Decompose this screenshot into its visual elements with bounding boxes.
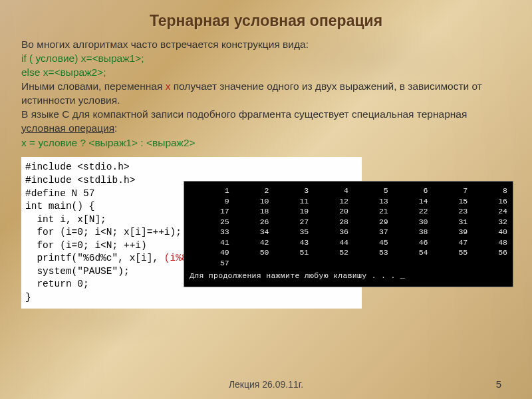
console-cell: 18 (229, 206, 269, 217)
console-cell: 45 (348, 237, 388, 248)
console-cell: 12 (309, 196, 348, 207)
intro-line2: Иными словами, переменная x получает зна… (21, 80, 511, 108)
console-cell: 49 (190, 247, 229, 258)
console-cell (229, 258, 269, 269)
console-cell: 48 (467, 237, 507, 248)
console-cell: 46 (388, 237, 428, 248)
console-cell: 54 (388, 247, 428, 258)
console-cell: 53 (348, 247, 388, 258)
intro-line3b: : (114, 122, 117, 134)
console-cell: 14 (388, 196, 428, 207)
console-cell: 38 (388, 227, 428, 237)
console-cell (348, 258, 388, 269)
console-cell: 31 (428, 217, 468, 227)
console-cell: 13 (348, 196, 388, 207)
slide-title: Тернарная условная операция (21, 12, 511, 30)
console-cell: 47 (428, 237, 468, 248)
console-cell: 3 (269, 186, 309, 196)
console-cell: 16 (467, 196, 507, 207)
console-cell: 39 (428, 227, 468, 237)
console-row: 1718192021222324 (190, 206, 507, 217)
console-cell: 57 (190, 258, 229, 269)
console-cell: 26 (229, 217, 269, 227)
code-l7: for (i=0; i<N; ++i) (25, 240, 147, 251)
console-cell: 7 (428, 186, 468, 196)
console-cell: 42 (229, 237, 269, 248)
console-cell: 43 (269, 237, 309, 248)
console-row: 2526272829303132 (190, 217, 507, 227)
console-cell (388, 258, 428, 269)
console-cell: 51 (269, 247, 309, 258)
console-cell: 50 (229, 247, 269, 258)
intro-line3: В языке С для компактной записи подобног… (21, 108, 511, 136)
console-cell: 11 (269, 196, 309, 207)
code-l5: int i, x[N]; (25, 214, 106, 225)
intro-line3a: В языке С для компактной записи подобног… (21, 108, 467, 120)
console-cell: 10 (229, 196, 269, 207)
console-cell: 30 (388, 217, 428, 227)
console-cell: 5 (348, 186, 388, 196)
console-cell: 29 (348, 217, 388, 227)
code-l10: return 0; (25, 279, 89, 289)
console-cell: 9 (190, 196, 229, 207)
console-cell: 17 (190, 206, 229, 217)
console-cell: 2 (229, 186, 269, 196)
console-cell: 24 (467, 206, 507, 217)
console-cell: 36 (309, 227, 348, 237)
console-cell: 34 (229, 227, 269, 237)
code-l9: system("PAUSE"); (25, 266, 130, 277)
code-l11: } (25, 292, 31, 303)
console-cell: 15 (428, 196, 468, 207)
intro-else: else x=<выраж2>; (21, 66, 511, 80)
console-cell: 41 (190, 237, 229, 248)
code-l2: #include <stdlib.h> (25, 175, 135, 186)
console-cell: 23 (428, 206, 468, 217)
console-cell: 37 (348, 227, 388, 237)
code-l1: #include <stdio.h> (25, 162, 130, 172)
console-row: 4142434445464748 (190, 237, 507, 248)
console-cell: 25 (190, 217, 229, 227)
console-row: 4950515253545556 (190, 247, 507, 258)
console-cell: 4 (309, 186, 348, 196)
console-prompt: Для продолжения нажмите любую клавишу . … (190, 271, 507, 281)
intro-formula: x = условие ? <выраж1> : <выраж2> (21, 136, 511, 150)
intro-line2a: Иными словами, переменная (21, 80, 166, 92)
intro-underlined: условная операция (21, 122, 114, 134)
console-cell: 22 (388, 206, 428, 217)
intro-block: Во многих алгоритмах часто встречается к… (21, 38, 511, 150)
console-cell (467, 258, 507, 269)
console-cell: 44 (309, 237, 348, 248)
console-cell: 55 (428, 247, 468, 258)
code-l3: #define N 57 (25, 188, 94, 199)
console-row: 57 (190, 258, 507, 269)
code-l8a: printf("%6d%c", x[i], (25, 253, 164, 263)
console-cell: 56 (467, 247, 507, 258)
console-cell: 21 (348, 206, 388, 217)
console-cell: 40 (467, 227, 507, 237)
console-cell: 19 (269, 206, 309, 217)
console-cell: 1 (190, 186, 229, 196)
console-cell: 52 (309, 247, 348, 258)
console-cell: 27 (269, 217, 309, 227)
intro-line1: Во многих алгоритмах часто встречается к… (21, 38, 511, 52)
intro-if: if ( условие) x=<выраж1>; (21, 52, 511, 66)
console-cell: 28 (309, 217, 348, 227)
console-cell (428, 258, 468, 269)
code-l4: int main() { (25, 201, 94, 211)
console-row: 12345678 (190, 186, 507, 196)
console-output: 1234567891011121314151617181920212223242… (184, 181, 513, 287)
console-row: 910111213141516 (190, 196, 507, 207)
console-row: 3334353637383940 (190, 227, 507, 237)
console-cell (269, 258, 309, 269)
console-cell: 6 (388, 186, 428, 196)
console-cell: 33 (190, 227, 229, 237)
console-cell (309, 258, 348, 269)
console-cell: 35 (269, 227, 309, 237)
code-l6: for (i=0; i<N; x[i]=++i); (25, 227, 182, 237)
console-cell: 8 (467, 186, 507, 196)
console-cell: 20 (309, 206, 348, 217)
console-rows: 1234567891011121314151617181920212223242… (190, 186, 507, 268)
page-number: 5 (496, 378, 501, 390)
console-cell: 32 (467, 217, 507, 227)
footer-lecture: Лекция 26.09.11г. (0, 379, 532, 390)
